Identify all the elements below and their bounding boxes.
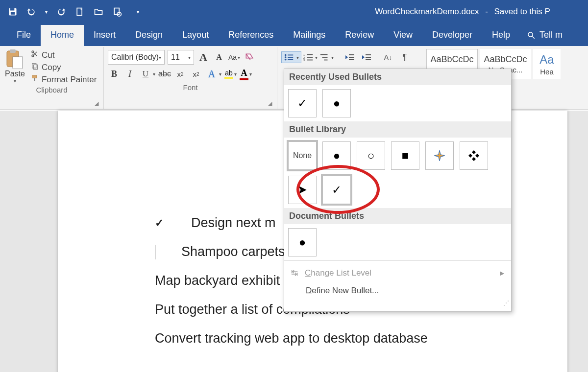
bullet-checkmark[interactable]: ✓ [322,176,351,204]
tab-insert[interactable]: Insert [84,25,125,46]
subscript-button[interactable]: x2 [174,67,187,81]
multilevel-list-button[interactable]: ▾ [319,53,334,62]
tab-layout[interactable]: Layout [172,25,219,46]
font-size-combo[interactable]: 11▾ [168,50,194,65]
undo-icon[interactable] [26,7,36,17]
show-paragraph-marks-button[interactable]: ¶ [397,51,412,64]
svg-rect-36 [366,57,371,58]
bullet-circle[interactable]: ○ [357,141,385,170]
undo-dropdown-caret[interactable]: ▾ [45,9,48,15]
grow-font-button[interactable]: A [197,50,210,64]
font-name-combo[interactable]: Calibri (Body)▾ [108,50,165,65]
bullet-recent-disc[interactable]: ● [322,89,351,117]
bullet-disc[interactable]: ● [322,141,351,170]
four-diamond-icon [467,149,481,163]
copy-icon [31,62,39,72]
svg-rect-26 [307,57,313,58]
tell-me-label: Tell m [539,30,563,40]
italic-button[interactable]: I [123,67,136,81]
tab-view[interactable]: View [384,25,422,46]
tab-design[interactable]: Design [125,25,172,46]
svg-point-21 [285,59,287,61]
style-sample: AaBbCcDc [430,54,473,65]
bullet-four-diamond[interactable] [460,141,488,170]
paste-label: Paste [5,70,25,78]
paste-caret-icon[interactable]: ▾ [14,78,16,84]
highlight-color-swatch [224,77,233,79]
strikethrough-button[interactable]: abc [158,67,171,81]
svg-rect-29 [320,54,328,55]
sort-icon: A↓ [384,53,392,61]
numbering-icon: 1 2 3 [303,53,314,62]
tab-references[interactable]: References [219,25,283,46]
copy-label: Copy [42,63,61,72]
svg-rect-9 [10,49,16,53]
tab-mailings[interactable]: Mailings [283,25,335,46]
svg-rect-28 [307,60,313,61]
change-list-level-label: Change List Level [305,268,371,278]
font-dialog-launcher[interactable]: ◢ [268,100,275,107]
style-sample-accent: Aa [539,53,554,67]
tell-me-search[interactable]: Tell m [520,25,569,46]
change-case-label: Aa [228,50,237,64]
doc-line-5[interactable]: Convert tracking web app to desktop data… [155,324,567,353]
bullet-none[interactable]: None [288,141,317,170]
tab-review[interactable]: Review [335,25,384,46]
redo-icon[interactable] [56,7,66,17]
document-bullets-grid: ● [284,224,511,260]
change-list-level-cmd: ↹ Change List Level ▶ [284,264,511,282]
doc-text-1: Design next m [191,215,276,231]
bullet-square[interactable]: ■ [391,141,419,170]
numbering-button[interactable]: 1 2 3 ▾ [303,53,318,62]
style-heading[interactable]: Aa Hea [533,49,561,79]
paste-button[interactable]: Paste ▾ [4,49,26,85]
pilcrow-icon: ¶ [402,52,407,63]
open-folder-icon[interactable] [94,7,103,17]
svg-rect-34 [349,59,354,60]
copy-button[interactable]: Copy [31,62,97,72]
highlight-button[interactable]: ab ▾ [224,69,237,79]
decrease-indent-button[interactable] [343,51,357,64]
new-doc-icon[interactable] [75,7,85,17]
save-icon[interactable] [8,7,18,17]
bullet-four-point-star[interactable] [425,141,454,170]
bullet-recent-check[interactable]: ✓ [288,89,317,117]
tab-home[interactable]: Home [41,25,84,46]
clipboard-dialog-launcher[interactable]: ◢ [95,100,101,107]
tab-file[interactable]: File [7,25,41,46]
change-case-button[interactable]: Aa ▾ [228,50,240,64]
shrink-font-button[interactable]: A [213,50,225,64]
format-painter-button[interactable]: Format Painter [31,74,97,85]
tab-help[interactable]: Help [482,25,520,46]
cut-button[interactable]: Cut [31,50,97,60]
print-preview-icon[interactable] [112,7,122,17]
increase-indent-button[interactable] [359,51,374,64]
define-new-bullet-cmd[interactable]: Define New Bullet... [284,282,511,300]
tab-developer[interactable]: Developer [422,25,482,46]
panel-resize-grip[interactable]: ⋰ [284,300,511,308]
doc-text-3: Map backyard exhibit [155,273,280,288]
bullet-doc-disc[interactable]: ● [288,228,317,256]
svg-rect-20 [288,57,293,58]
bullet-library-grid: None ● ○ ■ ✓ [284,138,511,208]
bullets-icon [284,53,294,62]
superscript-button[interactable]: x2 [190,67,202,81]
underline-button[interactable]: U▾ [139,67,155,81]
bullet-arrow[interactable] [288,176,317,204]
sort-button[interactable]: A↓ [381,51,395,64]
text-cursor [155,245,155,259]
font-name-value: Calibri (Body) [111,53,159,62]
font-color-swatch [240,78,248,80]
text-effects-button[interactable]: A ▾ [205,67,221,81]
clear-formatting-button[interactable] [243,50,256,64]
checkmark-bullet-icon: ✓ [155,217,165,230]
font-color-button[interactable]: A ▾ [240,68,252,80]
bold-button[interactable]: B [108,67,121,81]
eraser-icon [245,52,254,62]
svg-rect-2 [11,12,15,15]
document-bullets-header: Document Bullets [284,208,511,224]
chevron-right-icon: ▶ [500,270,504,277]
bullets-split-button[interactable]: ▾ [281,51,301,63]
doc-text-5: Convert tracking web app to desktop data… [155,331,428,346]
clipboard-group-label: Clipboard [4,85,99,95]
